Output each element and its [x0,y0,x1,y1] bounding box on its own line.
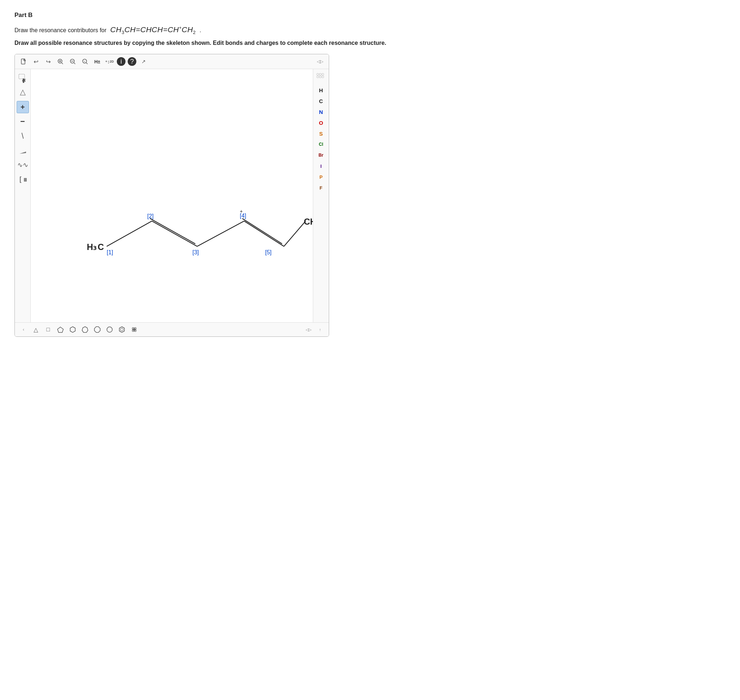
zoom-out-button[interactable] [68,56,78,66]
period: . [198,27,201,34]
svg-rect-16 [24,178,27,182]
svg-marker-44 [82,326,88,332]
octagon-shape-button[interactable] [92,325,102,335]
element-C-button[interactable]: C [315,96,327,106]
svg-line-18 [152,221,197,246]
svg-marker-47 [119,326,125,332]
svg-text:CH: CH [304,217,313,226]
triangle-shape-button[interactable]: △ [31,325,41,335]
right-element-panel: H C N O S Cl Br I P F [313,69,329,322]
hexagon-shape-button[interactable] [68,325,78,335]
charge-minus-tool[interactable]: − [17,115,29,128]
svg-line-9 [87,63,88,65]
svg-line-6 [74,63,76,65]
element-Br-button[interactable]: Br [315,150,327,160]
svg-point-49 [134,329,135,331]
bottom-panel-toggle[interactable]: ◁▷ [304,325,314,335]
formula-line: Draw the resonance contributors for CH3C… [15,25,725,35]
element-O-button[interactable]: O [315,118,327,128]
svg-text:[2]: [2] [147,213,154,219]
svg-line-19 [150,219,195,244]
element-I-button[interactable]: I [315,161,327,171]
svg-text:[5]: [5] [265,249,272,255]
element-H-button[interactable]: H [315,85,327,95]
move-2d-button[interactable]: +↕2D [104,56,115,66]
atom-tool-button[interactable] [129,325,139,335]
part-b-label: Part B [15,12,725,19]
new-button[interactable] [18,56,29,66]
element-N-button[interactable]: N [315,107,327,117]
svg-text:[3]: [3] [192,249,199,255]
zoom-fit-button[interactable]: × [80,56,90,66]
svg-marker-45 [94,326,100,332]
svg-rect-41 [322,76,324,78]
molecule-drawing: H ₃ C [1] [2] [3] [4] + [5] CH ₂ [6] [31,69,313,322]
svg-text:H: H [87,242,93,252]
toolbar-right: ◁▷ [315,56,325,66]
svg-rect-38 [322,74,324,75]
svg-marker-43 [70,326,75,332]
erase-tool[interactable] [17,87,29,99]
pentagon-shape-button[interactable] [55,325,66,335]
zoom-in-button[interactable] [55,56,66,66]
panel-toggle-button[interactable]: ◁▷ [315,56,325,66]
charge-plus-symbol: + [21,103,25,112]
atom-h-button[interactable]: H± [92,56,102,66]
help-button[interactable]: ? [128,57,137,66]
bottom-right-controls: ◁▷ ↑ [304,325,325,335]
bond-wedge-tool[interactable] [17,144,29,157]
element-Cl-button[interactable]: Cl [315,139,327,149]
undo-button[interactable]: ↩ [31,56,41,66]
charge-minus-symbol: − [20,117,25,126]
svg-text:C: C [98,242,104,252]
charge-plus-tool[interactable]: + [17,101,29,113]
element-S-button[interactable]: S [315,128,327,138]
redo-button[interactable]: ↪ [43,56,53,66]
svg-rect-37 [319,74,321,75]
svg-line-20 [197,221,244,246]
svg-text:+: + [240,208,243,214]
svg-line-17 [107,221,152,246]
svg-text:[1]: [1] [107,249,113,255]
bond-wavy-tool[interactable]: ∿∿ [17,159,29,171]
svg-rect-36 [317,74,319,75]
element-F-button[interactable]: F [315,183,327,193]
circle-shape-button[interactable] [104,325,115,335]
svg-point-46 [107,327,113,332]
info-button[interactable]: i [117,57,125,66]
select-tool[interactable] [17,72,29,84]
expand-button[interactable]: ↗ [138,56,149,66]
svg-rect-40 [319,76,321,78]
bracket-tool[interactable]: [ [17,173,29,185]
draw-instruction-text: Draw the resonance contributors for [15,27,106,34]
svg-text:×: × [84,60,85,63]
top-toolbar: ↩ ↪ × H± +↕2D i ? ↗ ◁▷ [15,54,329,69]
benzene-ring-button[interactable] [117,325,127,335]
bottom-toolbar: ‹ △ □ ◁▷ ↑ [15,322,329,337]
svg-line-22 [242,219,282,244]
bold-instruction: Draw all possible resonance structures b… [15,39,725,47]
element-grid-icon[interactable] [315,72,327,82]
svg-marker-42 [57,327,63,332]
svg-line-21 [244,221,284,246]
svg-rect-39 [317,76,319,78]
svg-text:₃: ₃ [93,242,97,252]
editor-main: + − / ∿∿ [ [15,69,329,322]
svg-point-48 [120,328,123,331]
formula-display: CH3CH=CHCH=CH+CH2 [110,25,196,35]
svg-marker-15 [19,151,26,154]
scroll-left-button[interactable]: ‹ [18,325,29,335]
molecule-canvas[interactable]: H ₃ C [1] [2] [3] [4] + [5] CH ₂ [6] [31,69,313,322]
scroll-up-button[interactable]: ↑ [315,325,325,335]
heptagon-shape-button[interactable] [80,325,90,335]
chem-editor: ↩ ↪ × H± +↕2D i ? ↗ ◁▷ [15,54,329,337]
svg-line-23 [284,221,305,246]
square-shape-button[interactable]: □ [43,325,53,335]
svg-line-2 [62,63,63,65]
svg-marker-14 [20,90,25,95]
svg-rect-11 [19,74,25,79]
bond-single-tool[interactable]: / [15,128,31,144]
element-P-button[interactable]: P [315,172,327,182]
left-tool-panel: + − / ∿∿ [ [15,69,31,322]
